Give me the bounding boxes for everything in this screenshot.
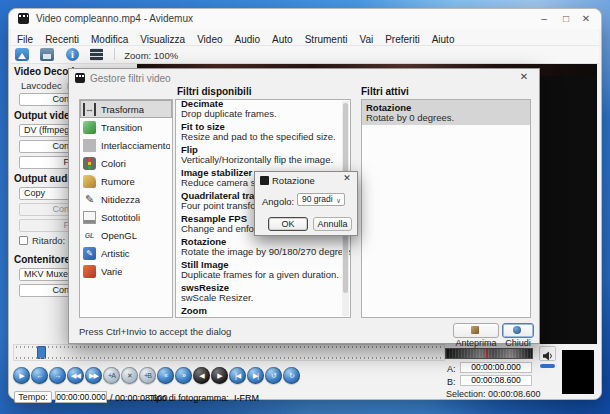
window-title: Video compleanno.mp4 - Avidemux bbox=[36, 13, 193, 24]
menu-item[interactable]: Auto bbox=[266, 32, 299, 45]
next-cut-button[interactable]: » bbox=[175, 367, 192, 384]
tempo-mode-button[interactable]: Tempo: bbox=[14, 391, 52, 403]
sharpness-icon bbox=[83, 193, 96, 206]
preview-button[interactable]: Anteprima bbox=[453, 323, 499, 338]
current-time-field[interactable]: 00:00:00.000 bbox=[55, 391, 107, 403]
frame-thumbnail bbox=[562, 350, 594, 394]
menu-item[interactable]: Aiuto bbox=[426, 32, 461, 45]
previous-keyframe-button[interactable]: ◀◀ bbox=[67, 367, 84, 384]
filter-description: Partializable crop filter. bbox=[181, 316, 340, 318]
category-label: OpenGL bbox=[101, 230, 137, 241]
minimize-button[interactable]: – bbox=[535, 11, 553, 26]
output-video-title: Output video bbox=[14, 110, 76, 121]
dialog-title: Rotazione bbox=[272, 175, 315, 186]
toolbar-separator bbox=[114, 48, 115, 60]
play-button[interactable]: ▶ bbox=[13, 367, 30, 384]
close-dialog-button[interactable]: Chiudi bbox=[502, 323, 534, 338]
jump-forward-button[interactable]: ↻ bbox=[283, 367, 300, 384]
set-marker-a-button[interactable]: +A bbox=[103, 367, 120, 384]
dialog-title: Gestore filtri video bbox=[90, 73, 171, 84]
filter-description: Resize and pad to the specified size. bbox=[181, 132, 340, 142]
reset-markers-button[interactable]: ✕ bbox=[121, 367, 138, 384]
previous-frame-button[interactable]: ← bbox=[31, 367, 48, 384]
close-button[interactable]: ✕ bbox=[577, 11, 595, 26]
interlacing-icon bbox=[83, 139, 96, 152]
marker-a-field[interactable]: 00:00:00.000 bbox=[460, 362, 532, 373]
filter-category-item[interactable]: OpenGL bbox=[80, 226, 172, 244]
volume-slider[interactable] bbox=[540, 364, 555, 368]
menu-item[interactable]: Modifica bbox=[85, 32, 134, 45]
filter-description: swScale Resizer. bbox=[181, 293, 340, 303]
goto-marker-a-button[interactable]: |◀ bbox=[229, 367, 246, 384]
opengl-icon bbox=[83, 229, 96, 242]
marker-b-field[interactable]: 00:00:08.600 bbox=[460, 375, 532, 386]
dialog-hint: Press Ctrl+Invio to accept the dialog bbox=[79, 326, 231, 337]
filter-category-list: Trasforma Transition Interlacciamento Co… bbox=[79, 99, 173, 318]
rotation-dialog: Rotazione ✕ Angolo: 90 gradi OK Annulla bbox=[254, 171, 358, 236]
angle-select[interactable]: 90 gradi bbox=[297, 193, 345, 206]
category-label: Varie bbox=[101, 266, 122, 277]
set-marker-b-button[interactable]: +B bbox=[139, 367, 156, 384]
filter-list-item[interactable]: Still Image Duplicate frames for a given… bbox=[181, 258, 340, 281]
ok-button[interactable]: OK bbox=[268, 217, 308, 231]
dialog-close-icon[interactable]: ✕ bbox=[341, 173, 353, 183]
filter-category-item[interactable]: Varie bbox=[80, 262, 172, 280]
noise-icon bbox=[83, 175, 96, 188]
filter-category-item[interactable]: Rumore bbox=[80, 172, 172, 190]
menu-item[interactable]: Audio bbox=[229, 32, 267, 45]
next-black-frame-button[interactable]: ▶ bbox=[211, 367, 228, 384]
filter-category-item[interactable]: Transition bbox=[80, 118, 172, 136]
filter-list-item[interactable]: Zoom Partializable crop filter. bbox=[181, 304, 340, 318]
filter-category-item[interactable]: Artistic bbox=[80, 244, 172, 262]
filter-list-item[interactable]: Fit to size Resize and pad to the specif… bbox=[181, 120, 340, 143]
filter-list-item[interactable]: Rotazione Rotate the image by 90/180/270… bbox=[181, 235, 340, 258]
volume-button[interactable] bbox=[539, 346, 556, 361]
filter-category-item[interactable]: Trasforma bbox=[80, 100, 172, 118]
menu-item[interactable]: Video bbox=[191, 32, 228, 45]
artistic-icon bbox=[83, 247, 96, 260]
open-video-icon[interactable] bbox=[15, 48, 29, 61]
menu-item[interactable]: Recenti bbox=[39, 32, 85, 45]
filter-list-item[interactable]: swsResize swScale Resizer. bbox=[181, 281, 340, 304]
avidemux-icon bbox=[260, 176, 269, 185]
properties-icon[interactable] bbox=[90, 48, 103, 61]
active-filter-item[interactable]: Rotazione Rotate by 0 degrees. bbox=[362, 100, 530, 125]
available-filters-title: Filtri disponibili bbox=[177, 86, 251, 97]
menu-item[interactable]: File bbox=[11, 32, 39, 45]
delay-checkbox[interactable] bbox=[19, 236, 28, 245]
previous-black-frame-button[interactable]: ◀ bbox=[193, 367, 210, 384]
title-bar[interactable]: Video compleanno.mp4 - Avidemux – □ ✕ bbox=[9, 9, 601, 29]
colors-icon bbox=[83, 157, 96, 170]
active-filters-list: Rotazione Rotate by 0 degrees. bbox=[361, 99, 531, 318]
zoom-level-label: Zoom: 100% bbox=[124, 50, 178, 61]
menu-item[interactable]: Visualizza bbox=[134, 32, 191, 45]
timeline-handle[interactable] bbox=[37, 346, 46, 359]
info-icon[interactable] bbox=[66, 48, 79, 61]
category-label: Artistic bbox=[101, 248, 130, 259]
previous-cut-button[interactable]: « bbox=[157, 367, 174, 384]
filter-description: Duplicate frames for a given duration. bbox=[181, 270, 340, 280]
delay-label: Ritardo: bbox=[32, 235, 65, 246]
subtitles-icon bbox=[83, 211, 96, 224]
filter-category-item[interactable]: Colori bbox=[80, 154, 172, 172]
speaker-icon bbox=[542, 351, 553, 361]
timeline-slider[interactable] bbox=[13, 344, 445, 361]
menu-item[interactable]: Vai bbox=[353, 32, 379, 45]
next-keyframe-button[interactable]: ▶▶ bbox=[85, 367, 102, 384]
dialog-close-icon[interactable]: ✕ bbox=[517, 71, 531, 82]
goto-marker-b-button[interactable]: ▶| bbox=[247, 367, 264, 384]
save-video-icon[interactable] bbox=[40, 48, 54, 61]
menu-item[interactable]: Strumenti bbox=[299, 32, 354, 45]
filter-list-item[interactable]: Flip Vertically/Horizontally flip the im… bbox=[181, 143, 340, 166]
decoder-engine-label[interactable]: Lavcodec bbox=[21, 80, 62, 91]
menu-item[interactable]: Preferiti bbox=[379, 32, 425, 45]
filter-list-item[interactable]: Decimate Drop duplicate frames. bbox=[181, 99, 340, 120]
maximize-button[interactable]: □ bbox=[557, 11, 575, 26]
filter-category-item[interactable]: Nitidezza bbox=[80, 190, 172, 208]
filter-category-item[interactable]: Sottotitoli bbox=[80, 208, 172, 226]
cancel-button[interactable]: Annulla bbox=[313, 217, 352, 231]
filter-category-item[interactable]: Interlacciamento bbox=[80, 136, 172, 154]
next-frame-button[interactable]: → bbox=[49, 367, 66, 384]
jump-back-button[interactable]: ↺ bbox=[265, 367, 282, 384]
transition-icon bbox=[83, 121, 96, 134]
